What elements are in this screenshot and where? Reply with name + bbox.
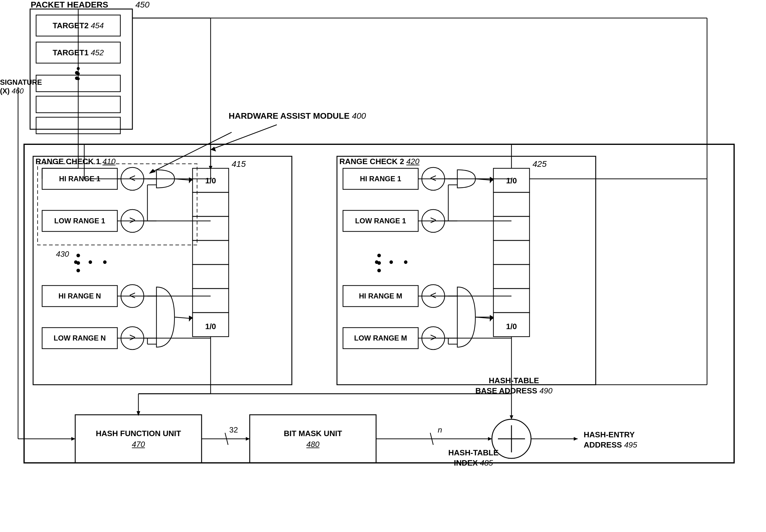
hash-entry-label: HASH-ENTRY ADDRESS 495	[584, 430, 637, 450]
svg-marker-114	[246, 437, 250, 441]
svg-text:1/0: 1/0	[506, 322, 517, 331]
low-range1-rc1-label: LOW RANGE 1	[42, 210, 117, 231]
svg-text:>: >	[129, 214, 135, 226]
hi-range-n-label: HI RANGE N	[42, 286, 117, 307]
low-range-m-label: LOW RANGE M	[343, 328, 418, 349]
svg-rect-44	[193, 192, 229, 216]
svg-text:<: <	[129, 172, 135, 184]
hi-range1-rc2-label: HI RANGE 1	[343, 168, 418, 189]
num-430-label: 430	[56, 249, 69, 259]
svg-marker-106	[71, 437, 75, 441]
low-range1-rc2-label: LOW RANGE 1	[343, 210, 418, 231]
svg-point-18	[76, 269, 80, 272]
low-range-n-label: LOW RANGE N	[42, 328, 117, 349]
svg-text:<: <	[129, 289, 135, 301]
svg-marker-155	[211, 147, 216, 151]
svg-rect-54	[493, 216, 529, 240]
svg-text:<: <	[430, 172, 436, 184]
svg-text:1/0: 1/0	[506, 176, 517, 185]
svg-rect-56	[493, 264, 529, 289]
num-415-label: 415	[232, 159, 246, 169]
svg-rect-47	[193, 264, 229, 289]
packet-headers-label: PACKET HEADERS	[31, 0, 108, 10]
svg-rect-48	[193, 289, 229, 313]
svg-rect-57	[493, 289, 529, 313]
header-dots2: •	[75, 72, 79, 85]
num-n-label: n	[438, 425, 442, 435]
rc2-dots: • • •	[375, 255, 409, 269]
svg-line-154	[211, 125, 277, 150]
svg-line-69	[150, 132, 232, 173]
num-425-label: 425	[532, 159, 547, 169]
hardware-assist-label: HARDWARE ASSIST MODULE 400	[229, 111, 366, 121]
svg-marker-120	[510, 415, 513, 419]
svg-text:1/0: 1/0	[205, 322, 216, 331]
diagram-container: < > < > < > < >	[0, 0, 766, 532]
packet-headers-num: 450	[135, 0, 149, 10]
svg-text:<: <	[430, 289, 436, 301]
svg-rect-19	[337, 156, 596, 385]
hash-function-label: HASH FUNCTION UNIT 470	[75, 415, 202, 463]
svg-rect-46	[193, 240, 229, 264]
target2-label: TARGET2 454	[36, 15, 120, 36]
svg-marker-122	[574, 437, 578, 441]
rc1-dots: • • •	[74, 255, 108, 269]
svg-text:>: >	[129, 331, 135, 344]
target1-label: TARGET1 452	[36, 42, 120, 63]
range-check2-label: RANGE CHECK 2 420	[339, 157, 419, 166]
svg-point-26	[377, 269, 381, 272]
svg-marker-117	[488, 437, 492, 441]
svg-rect-10	[33, 156, 292, 385]
svg-rect-45	[193, 216, 229, 240]
range-check1-label: RANGE CHECK 1 410	[35, 157, 115, 166]
svg-rect-53	[493, 192, 529, 216]
svg-text:>: >	[430, 214, 436, 226]
svg-rect-55	[493, 240, 529, 264]
hi-range1-rc1-label: HI RANGE 1	[42, 168, 117, 189]
num-32-label: 32	[229, 425, 238, 435]
svg-marker-70	[149, 169, 156, 174]
hash-table-index-label: HASH-TABLE INDEX 485	[448, 448, 498, 468]
bit-mask-label: BIT MASK UNIT 480	[250, 415, 376, 463]
svg-text:>: >	[430, 331, 436, 344]
hi-range-m-label: HI RANGE M	[343, 286, 418, 307]
hash-table-base-label: HASH-TABLE BASE ADDRESS 490	[475, 376, 552, 396]
signature-label: SIGNATURE (X) 460	[0, 78, 42, 96]
